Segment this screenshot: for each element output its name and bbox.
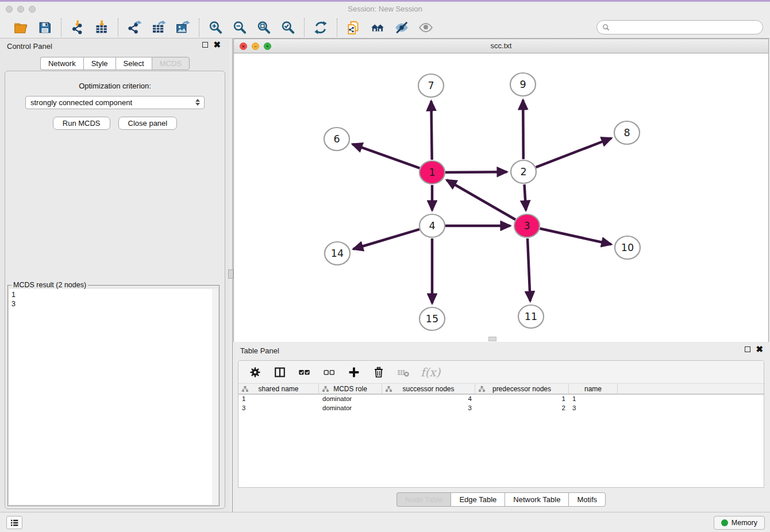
node-1[interactable]: 1	[419, 161, 445, 184]
table-cell[interactable]: dominator	[319, 404, 382, 413]
edge-2-9[interactable]	[523, 100, 523, 159]
add-column-button[interactable]	[346, 365, 361, 380]
node-10[interactable]: 10	[615, 236, 640, 259]
control-panel-title: Control Panel	[7, 42, 52, 51]
node-label: 11	[525, 311, 537, 322]
node-11[interactable]: 11	[518, 305, 544, 328]
network-canvas[interactable]: 7968124314101511	[234, 53, 768, 341]
search-input[interactable]	[613, 24, 757, 32]
node-6[interactable]: 6	[324, 128, 349, 151]
tab-network[interactable]: Network	[40, 57, 83, 70]
node-7[interactable]: 7	[418, 74, 444, 97]
tree-icon	[322, 385, 329, 393]
run-mcds-button[interactable]: Run MCDS	[53, 117, 110, 130]
edge-1-6[interactable]	[352, 144, 419, 168]
table-cell[interactable]: 3	[238, 404, 319, 413]
mcds-result-box: MCDS result (2 nodes) 13	[7, 285, 220, 506]
table-cell[interactable]: 1	[569, 395, 618, 404]
optimization-criterion-select[interactable]: strongly connected component	[25, 96, 205, 109]
memory-button-label: Memory	[732, 519, 757, 527]
refresh-view-button[interactable]	[311, 19, 330, 36]
edge-1-2[interactable]	[445, 172, 507, 172]
zoom-selected-button[interactable]	[279, 19, 297, 36]
table-cell[interactable]: 1	[475, 395, 569, 404]
delete-column-button[interactable]	[371, 365, 386, 380]
node-3[interactable]: 3	[514, 214, 540, 237]
node-9[interactable]: 9	[510, 73, 536, 96]
memory-button[interactable]: Memory	[714, 516, 765, 530]
zoom-selected-icon	[280, 20, 295, 35]
hide-selected-button[interactable]	[392, 19, 411, 36]
edge-1-7[interactable]	[431, 101, 432, 160]
column-header-predecessor-nodes[interactable]: predecessor nodes	[475, 384, 569, 394]
table-cell[interactable]: 3	[382, 404, 475, 413]
node-2[interactable]: 2	[511, 160, 536, 183]
column-header-shared-name[interactable]: shared name	[238, 384, 319, 394]
edge-4-14[interactable]	[353, 229, 419, 249]
table-row[interactable]: 3dominator323	[238, 404, 764, 413]
export-network-button[interactable]	[125, 19, 144, 36]
tab-edge-table[interactable]: Edge Table	[451, 492, 505, 507]
tab-style[interactable]: Style	[83, 57, 116, 70]
zoom-fit-button[interactable]	[255, 19, 273, 36]
function-builder-icon: f(x)	[421, 365, 440, 379]
table-panel-close-button[interactable]: ✖	[756, 346, 763, 352]
close-panel-button[interactable]: Close panel	[118, 117, 178, 130]
table-cell[interactable]: 3	[569, 404, 618, 413]
column-header-name[interactable]: name	[569, 384, 618, 394]
tab-motifs[interactable]: Motifs	[568, 492, 606, 507]
node-label: 9	[519, 79, 526, 90]
table-cell[interactable]: dominator	[319, 395, 382, 404]
first-neighbors-button[interactable]	[368, 19, 387, 36]
mcds-result-list[interactable]: 13	[9, 289, 212, 504]
tab-network-table[interactable]: Network Table	[505, 492, 568, 507]
edge-3-11[interactable]	[528, 238, 530, 301]
refresh-view-icon	[313, 20, 328, 35]
edge-3-1[interactable]	[446, 180, 515, 219]
deselect-all-button[interactable]	[322, 365, 337, 380]
table-splitter-handle[interactable]	[488, 337, 496, 341]
edge-3-10[interactable]	[540, 229, 611, 245]
node-8[interactable]: 8	[614, 121, 640, 144]
control-panel-close-button[interactable]: ✖	[213, 42, 221, 48]
import-table-button[interactable]	[93, 19, 111, 36]
node-15[interactable]: 15	[419, 307, 445, 330]
column-header-MCDS-role[interactable]: MCDS role	[319, 384, 382, 394]
table-cell[interactable]: 1	[238, 395, 319, 404]
tab-node-table[interactable]: Node Table	[396, 492, 451, 507]
tree-icon	[478, 385, 486, 393]
gear-button[interactable]	[248, 365, 263, 380]
clone-network-button[interactable]	[344, 19, 363, 36]
split-view-button[interactable]	[272, 365, 287, 380]
task-history-button[interactable]	[6, 516, 22, 529]
mcds-result-scrollbar[interactable]	[212, 289, 218, 504]
zoom-out-button[interactable]	[230, 19, 249, 36]
import-network-button[interactable]	[68, 19, 87, 36]
column-header-successor-nodes[interactable]: successor nodes	[382, 384, 475, 394]
table-panel-float-button[interactable]	[745, 346, 750, 352]
node-14[interactable]: 14	[325, 242, 350, 265]
show-all-button[interactable]	[417, 19, 435, 36]
tab-mcds[interactable]: MCDS	[152, 57, 190, 70]
save-session-button[interactable]	[36, 19, 54, 36]
control-panel-float-button[interactable]	[202, 42, 208, 48]
mcds-result-item: 1	[11, 290, 210, 299]
chevron-updown-icon	[195, 99, 200, 106]
save-session-icon	[37, 20, 52, 35]
panel-splitter-handle[interactable]	[228, 269, 233, 279]
tab-select[interactable]: Select	[116, 57, 152, 70]
network-graph: 7968124314101511	[234, 53, 768, 341]
open-session-button[interactable]	[11, 19, 30, 36]
table-cell[interactable]: 4	[382, 395, 475, 404]
zoom-in-button[interactable]	[206, 19, 225, 36]
edge-2-3[interactable]	[525, 184, 526, 210]
export-image-button[interactable]	[174, 19, 192, 36]
export-table-button[interactable]	[149, 19, 168, 36]
select-all-button[interactable]	[297, 365, 312, 380]
table-cell[interactable]: 2	[475, 404, 569, 413]
edge-2-8[interactable]	[536, 138, 611, 168]
window-title: Session: New Session	[0, 5, 770, 13]
gear-icon	[249, 366, 261, 379]
node-4[interactable]: 4	[419, 214, 445, 237]
table-row[interactable]: 1dominator411	[238, 395, 764, 404]
